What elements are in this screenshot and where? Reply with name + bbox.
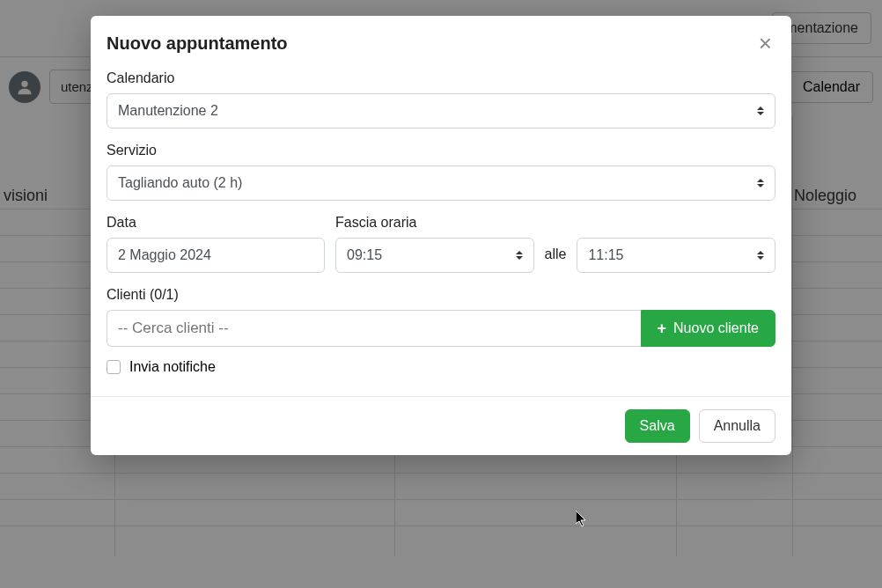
time-separator: alle [545, 246, 567, 273]
new-client-button[interactable]: + Nuovo cliente [641, 310, 775, 347]
service-group: Servizio Tagliando auto (2 h) [107, 143, 775, 201]
modal-body: Calendario Manutenzione 2 Servizio Tagli… [91, 67, 791, 396]
clients-label: Clienti (0/1) [107, 287, 775, 303]
service-select[interactable]: Tagliando auto (2 h) [107, 165, 775, 201]
notify-label: Invia notifiche [129, 359, 216, 375]
new-client-label: Nuovo cliente [673, 320, 759, 336]
calendar-group: Calendario Manutenzione 2 [107, 70, 775, 129]
date-input[interactable] [107, 238, 325, 273]
clients-group: Clienti (0/1) + Nuovo cliente [107, 287, 775, 347]
start-time-group: Fascia oraria 09:15 [335, 215, 534, 273]
end-time-select[interactable]: 11:15 [577, 238, 775, 273]
modal-header: Nuovo appuntamento × [91, 16, 791, 67]
cancel-button[interactable]: Annulla [699, 409, 775, 443]
date-group: Data [107, 215, 325, 273]
new-appointment-modal: Nuovo appuntamento × Calendario Manutenz… [91, 16, 791, 455]
date-time-row: Data Fascia oraria 09:15 alle 11:15 [107, 215, 775, 273]
service-label: Servizio [107, 143, 775, 158]
plus-icon: + [658, 320, 667, 336]
modal-title: Nuovo appuntamento [107, 33, 288, 54]
calendar-select[interactable]: Manutenzione 2 [107, 93, 775, 129]
close-button[interactable]: × [755, 32, 775, 55]
save-button[interactable]: Salva [625, 409, 690, 443]
modal-overlay: Nuovo appuntamento × Calendario Manutenz… [0, 0, 882, 588]
client-search-input[interactable] [107, 310, 641, 347]
end-time-group: 11:15 [577, 238, 775, 273]
notify-row[interactable]: Invia notifiche [107, 359, 775, 375]
modal-footer: Salva Annulla [91, 396, 791, 455]
start-time-select[interactable]: 09:15 [335, 238, 534, 273]
notify-checkbox[interactable] [107, 360, 121, 374]
timeslot-label: Fascia oraria [335, 215, 534, 231]
calendar-label: Calendario [107, 70, 775, 86]
date-label: Data [107, 215, 325, 231]
